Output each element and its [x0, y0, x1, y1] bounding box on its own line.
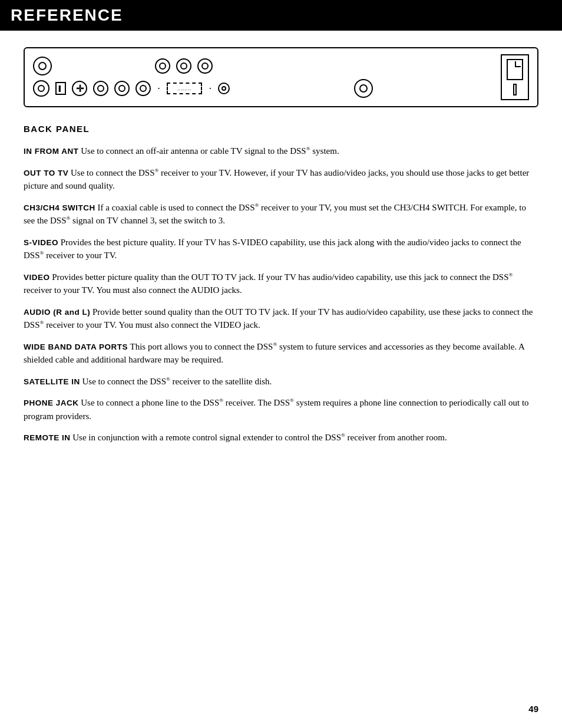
connector-icon-7	[93, 81, 108, 96]
connector-icon-5	[33, 80, 49, 97]
text-ch3-ch4: If a coaxial cable is used to connect th…	[24, 203, 526, 226]
term-video: VIDEO	[24, 273, 50, 282]
dot-icon: •	[158, 85, 160, 91]
section-title: Back Panel	[24, 124, 538, 134]
term-audio: AUDIO (R and L)	[24, 308, 90, 317]
text-satellite-in: Use to connect the DSS® receiver to the …	[80, 377, 272, 386]
para-audio: AUDIO (R and L) Provide better sound qua…	[24, 305, 538, 332]
text-video: Provides better picture quality than the…	[24, 272, 513, 295]
term-out-to-tv: OUT TO TV	[24, 169, 68, 177]
text-remote-in: Use in conjunction with a remote control…	[71, 433, 447, 442]
para-in-from-ant: IN FROM ANT Use to connect an off-air an…	[24, 144, 538, 158]
diagram-inner: ▌ ✛ • ‥‥‥‥ •	[33, 54, 529, 100]
card-inner	[507, 59, 523, 80]
text-in-from-ant: Use to connect an off-air antenna or cab…	[79, 146, 339, 156]
term-wide-band: WIDE BAND DATA PORTS	[24, 342, 128, 351]
content-area: Back Panel IN FROM ANT Use to connect an…	[0, 124, 562, 444]
connector-icon-8	[114, 81, 130, 96]
card-slot-icon	[501, 54, 529, 100]
handle-icon	[513, 84, 517, 95]
connector-icon-10	[218, 83, 230, 94]
para-wide-band: WIDE BAND DATA PORTS This port allows yo…	[24, 340, 538, 367]
switch-icon: ▌	[55, 82, 66, 95]
back-panel-diagram: ▌ ✛ • ‥‥‥‥ •	[24, 47, 538, 107]
para-remote-in: REMOTE IN Use in conjunction with a remo…	[24, 431, 538, 444]
corner-fold	[515, 61, 521, 67]
data-port-icon: ‥‥‥‥	[167, 83, 202, 94]
term-phone-jack: PHONE JACK	[24, 398, 79, 407]
connector-icon-1	[33, 57, 52, 75]
para-phone-jack: PHONE JACK Use to connect a phone line t…	[24, 396, 538, 423]
diagram-row-1	[33, 57, 491, 75]
para-ch3-ch4: CH3/CH4 SWITCH If a coaxial cable is use…	[24, 201, 538, 228]
text-phone-jack: Use to connect a phone line to the DSS® …	[24, 398, 529, 421]
text-audio: Provide better sound quality than the OU…	[24, 307, 533, 330]
dot-icon-2: •	[209, 85, 211, 91]
connector-icon-4	[197, 58, 213, 74]
text-s-video: Provides the best picture quality. If yo…	[24, 238, 521, 261]
page-number: 49	[528, 704, 538, 714]
connector-icon-2	[155, 58, 170, 74]
connector-icon-9	[135, 81, 151, 96]
para-video: VIDEO Provides better picture quality th…	[24, 271, 538, 297]
connector-icon-3	[176, 58, 191, 74]
para-s-video: S-VIDEO Provides the best picture qualit…	[24, 236, 538, 262]
page-title: Reference	[11, 6, 123, 24]
connector-icon-11	[354, 79, 373, 98]
diagram-icons: ▌ ✛ • ‥‥‥‥ •	[33, 57, 491, 98]
term-s-video: S-VIDEO	[24, 238, 58, 247]
term-in-from-ant: IN FROM ANT	[24, 147, 79, 156]
text-out-to-tv: Use to connect the DSS® receiver to your…	[24, 168, 529, 191]
term-remote-in: REMOTE IN	[24, 433, 71, 442]
term-ch3-ch4: CH3/CH4 SWITCH	[24, 203, 95, 212]
header-bar: Reference	[0, 0, 562, 31]
term-satellite-in: SATELLITE IN	[24, 377, 80, 386]
diagram-row-2: ▌ ✛ • ‥‥‥‥ •	[33, 79, 491, 98]
connector-icon-6: ✛	[72, 81, 87, 96]
para-out-to-tv: OUT TO TV Use to connect the DSS® receiv…	[24, 166, 538, 193]
para-satellite-in: SATELLITE IN Use to connect the DSS® rec…	[24, 375, 538, 388]
